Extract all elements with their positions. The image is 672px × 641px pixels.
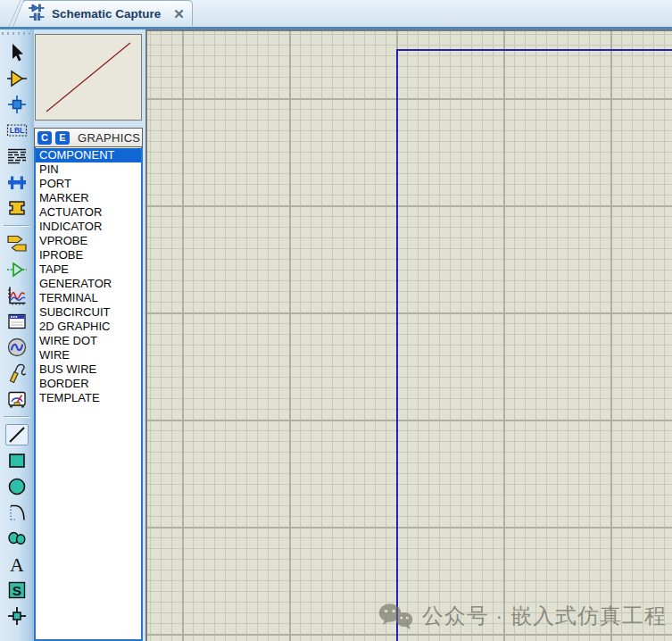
2d-arc-icon[interactable] [5,502,29,523]
wire-label-icon[interactable]: LBL [5,120,29,141]
2d-box-icon[interactable] [5,450,29,471]
list-item-template[interactable]: TEMPLATE [36,391,141,405]
buses-icon[interactable] [5,171,29,193]
device-pins-icon[interactable] [5,259,29,280]
selector-title: GRAPHICS [78,131,140,145]
svg-text:LBL: LBL [9,126,24,135]
list-item-subcircuit[interactable]: SUBCIRCUIT [36,305,141,320]
tab-close-icon[interactable]: ✕ [173,7,185,21]
2d-line-icon[interactable] [5,424,29,445]
watermark: 公众号 · 嵌入式仿真工程 [377,602,667,630]
watermark-text: 公众号 · 嵌入式仿真工程 [422,602,667,630]
list-item-vprobe[interactable]: VPROBE [36,234,141,248]
terminals-icon[interactable] [5,233,29,254]
tab-title: Schematic Capture [52,7,161,21]
list-item-wire-dot[interactable]: WIRE DOT [36,334,141,348]
wechat-icon [377,602,414,630]
selection-mode-icon[interactable] [5,42,29,63]
2d-text-icon[interactable]: A [5,554,29,575]
list-item-pin[interactable]: PIN [36,162,141,177]
junction-dot-icon[interactable] [5,94,29,115]
tape-recorder-icon[interactable] [5,311,29,332]
list-item-2d-graphic[interactable]: 2D GRAPHIC [36,320,141,334]
list-item-indicator[interactable]: INDICATOR [36,220,141,234]
2d-circle-icon[interactable] [5,476,29,497]
list-item-marker[interactable]: MARKER [36,191,141,205]
toolbar-separator [4,225,30,227]
main-area: LBL [0,29,672,641]
schematic-canvas[interactable]: 公众号 · 嵌入式仿真工程 [145,29,672,641]
list-item-port[interactable]: PORT [36,177,141,191]
list-item-tape[interactable]: TAPE [36,262,141,277]
voltage-probe-icon[interactable] [5,362,29,384]
mode-toolbar: LBL [0,29,34,641]
overview-preview-pane[interactable] [35,34,142,121]
selector-header: C E GRAPHICS [34,128,143,147]
toolbar-grip-handle[interactable] [2,32,32,35]
2d-path-icon[interactable] [5,528,29,549]
list-item-iprobe[interactable]: IPROBE [36,248,141,262]
preview-line-graphic [36,35,141,120]
tab-schematic-capture[interactable]: Schematic Capture ✕ [23,0,193,26]
tab-bar: Schematic Capture ✕ [0,0,672,29]
sheet-boundary [396,49,672,641]
subcircuit-icon[interactable] [5,197,29,219]
pick-devices-button[interactable]: C [37,131,52,145]
svg-text:S: S [12,583,21,598]
object-selector-panel: C E GRAPHICS COMPONENT PIN PORT MARKER A… [34,29,143,641]
list-item-terminal[interactable]: TERMINAL [36,291,141,305]
schematic-capture-icon [28,3,46,24]
list-item-wire[interactable]: WIRE [36,348,141,362]
graph-mode-icon[interactable] [5,285,29,306]
list-item-border[interactable]: BORDER [36,377,141,391]
list-item-actuator[interactable]: ACTUATOR [36,205,141,220]
text-script-icon[interactable] [5,146,29,167]
toolbar-separator [4,416,30,418]
list-item-bus-wire[interactable]: BUS WIRE [36,362,141,377]
edit-button[interactable]: E [55,131,70,145]
list-item-component[interactable]: COMPONENT [36,148,141,162]
object-selector-list: COMPONENT PIN PORT MARKER ACTUATOR INDIC… [34,147,143,641]
2d-marker-icon[interactable] [5,605,29,627]
2d-symbol-icon[interactable]: S [5,579,29,601]
generator-icon[interactable] [5,337,29,358]
current-probe-icon[interactable] [5,388,29,410]
svg-text:A: A [10,554,24,575]
list-item-generator[interactable]: GENERATOR [36,277,141,291]
component-mode-icon[interactable] [5,68,29,89]
